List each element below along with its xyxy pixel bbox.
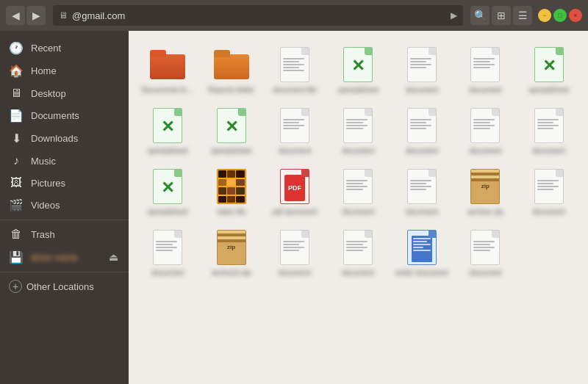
forward-button[interactable]: ▶: [26, 6, 46, 25]
sidebar: 🕐 Recent 🏠 Home 🖥 Desktop 📄 Documents ⬇ …: [0, 31, 129, 384]
doc-icon: [530, 167, 568, 206]
excel-icon: ✕: [339, 46, 377, 84]
drive-icon: 💾: [9, 250, 24, 264]
file-item[interactable]: Documents folder: [137, 43, 198, 98]
maximize-button[interactable]: □: [553, 9, 567, 22]
sidebar-label-music: Music: [31, 156, 56, 167]
recent-icon: 🕐: [9, 41, 24, 55]
file-item[interactable]: document: [265, 104, 325, 159]
doc-icon: [276, 106, 314, 145]
file-item[interactable]: document: [392, 164, 452, 220]
file-item[interactable]: ✕ spreadsheet: [137, 164, 198, 220]
doc-icon: [339, 106, 377, 145]
view-button[interactable]: ⊞: [492, 6, 511, 25]
sidebar-item-videos[interactable]: 🎬 Videos: [0, 194, 129, 217]
sidebar-item-desktop[interactable]: 🖥 Desktop: [0, 82, 129, 104]
doc-icon: [148, 228, 187, 267]
menu-button[interactable]: ☰: [513, 6, 532, 25]
folder-orange-icon: [148, 46, 187, 84]
file-name: spreadsheet: [338, 86, 379, 95]
file-name: document: [406, 208, 438, 217]
doc-icon: [466, 228, 504, 267]
sidebar-divider: [0, 220, 129, 220]
file-item[interactable]: document: [455, 43, 515, 98]
location-bar[interactable]: 🖥 @gmail.com ▶: [53, 5, 463, 26]
file-name: document: [406, 86, 438, 95]
location-device-icon: 🖥: [59, 10, 68, 21]
file-name: document file: [273, 86, 316, 95]
file-item[interactable]: document: [328, 164, 388, 220]
pictures-icon: 🖼: [9, 176, 24, 189]
minimize-button[interactable]: −: [538, 9, 551, 22]
file-item[interactable]: ✕ spreadsheet: [201, 104, 261, 159]
file-item[interactable]: document: [455, 225, 515, 280]
location-expand-icon: ▶: [451, 10, 457, 21]
home-icon: 🏠: [9, 64, 24, 78]
sidebar-label-recent: Recent: [31, 43, 61, 54]
file-item: [519, 225, 579, 280]
sidebar-item-trash[interactable]: 🗑 Trash: [0, 223, 129, 245]
excel-icon: ✕: [530, 46, 568, 84]
file-item[interactable]: document: [519, 104, 579, 159]
titlebar: ◀ ▶ 🖥 @gmail.com ▶ 🔍 ⊞ ☰ − □ ×: [0, 0, 588, 31]
file-item[interactable]: document: [328, 225, 388, 280]
location-text: @gmail.com: [72, 10, 446, 21]
file-area: Documents folder Reports folder: [129, 31, 588, 384]
doc-icon: [403, 167, 441, 206]
search-button[interactable]: 🔍: [470, 6, 490, 25]
file-name: spreadsheet: [211, 147, 251, 156]
file-name: Documents folder: [141, 86, 194, 95]
file-item[interactable]: zip archive.zip: [455, 164, 515, 220]
sidebar-item-music[interactable]: ♪ Music: [0, 150, 129, 172]
sidebar-label-home: Home: [31, 65, 57, 76]
pdf-icon: PDF: [276, 167, 314, 206]
file-item[interactable]: document: [328, 104, 388, 159]
file-item[interactable]: document: [265, 225, 325, 280]
sidebar-item-drive[interactable]: 💾 drive name ⏏: [0, 245, 129, 269]
file-name: document: [469, 269, 501, 278]
excel-icon: ✕: [148, 167, 187, 206]
file-item[interactable]: ✕ spreadsheet: [137, 104, 198, 159]
file-item[interactable]: ✕ spreadsheet: [519, 43, 579, 98]
sidebar-label-desktop: Desktop: [31, 88, 66, 99]
file-item[interactable]: ✕ spreadsheet: [328, 43, 388, 98]
doc-icon: [466, 106, 504, 145]
file-item[interactable]: document: [519, 164, 579, 220]
doc-icon: [339, 167, 377, 206]
file-item[interactable]: PDF pdf document: [265, 164, 325, 220]
file-name: spreadsheet: [148, 208, 188, 217]
file-item[interactable]: document: [392, 43, 452, 98]
music-icon: ♪: [9, 154, 24, 167]
nav-controls: ◀ ▶: [6, 6, 46, 25]
sidebar-label-downloads: Downloads: [31, 133, 78, 144]
sidebar-item-home[interactable]: 🏠 Home: [0, 59, 129, 82]
file-name: Reports folder: [208, 86, 254, 95]
back-button[interactable]: ◀: [6, 6, 25, 25]
file-item[interactable]: document: [455, 104, 515, 159]
close-button[interactable]: ×: [569, 9, 582, 22]
file-item[interactable]: document: [137, 225, 198, 280]
sidebar-item-recent[interactable]: 🕐 Recent: [0, 37, 129, 59]
file-item[interactable]: document file: [265, 43, 325, 98]
sidebar-item-other-locations[interactable]: + Other Locations: [0, 275, 129, 297]
file-item[interactable]: document: [392, 104, 452, 159]
doc-icon: [530, 106, 568, 145]
sidebar-item-pictures[interactable]: 🖼 Pictures: [0, 172, 129, 194]
doc-icon: [403, 106, 441, 145]
file-item[interactable]: zip archive2.zip: [201, 225, 261, 280]
sidebar-item-documents[interactable]: 📄 Documents: [0, 104, 129, 127]
eject-button[interactable]: ⏏: [107, 250, 120, 264]
sidebar-label-trash: Trash: [31, 229, 55, 240]
file-item[interactable]: Reports folder: [201, 43, 261, 98]
file-item[interactable]: writer document: [392, 225, 452, 280]
file-name: document: [343, 208, 375, 217]
doc-icon: [339, 228, 377, 267]
file-name: document: [469, 86, 501, 95]
documents-icon: 📄: [9, 109, 24, 123]
sidebar-item-downloads[interactable]: ⬇ Downloads: [0, 127, 129, 150]
file-name: document: [151, 269, 184, 278]
file-item[interactable]: video file: [201, 164, 261, 220]
main-area: 🕐 Recent 🏠 Home 🖥 Desktop 📄 Documents ⬇ …: [0, 31, 588, 384]
sidebar-divider-2: [0, 272, 129, 272]
file-name: archive.zip: [467, 208, 503, 217]
